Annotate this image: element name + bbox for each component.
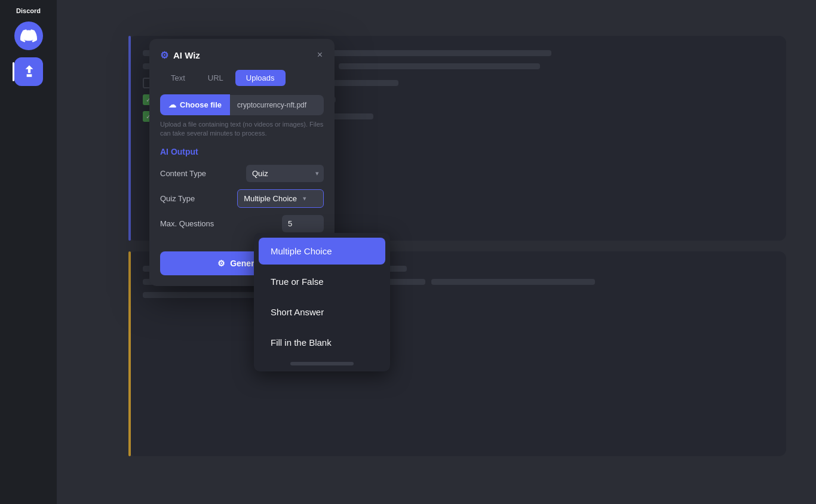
content-type-select-wrapper: Quiz Flashcard Summary [246, 165, 324, 182]
discord-sidebar: Discord [0, 0, 57, 504]
dropdown-item-multiple-choice[interactable]: Multiple Choice [259, 238, 385, 265]
main-content: ✓ ✓ ⚙ AI Wiz [57, 0, 816, 504]
modal-header: ⚙ AI Wiz × [149, 39, 335, 70]
modal-title: ⚙ AI Wiz [160, 50, 200, 61]
accent-bar-yellow [128, 251, 131, 456]
discord-app-label: Discord [16, 7, 41, 14]
quiz-type-row: Quiz Type Multiple Choice ▾ [160, 189, 324, 208]
max-questions-input[interactable]: 5 [282, 215, 324, 232]
quiz-type-display[interactable]: Multiple Choice ▾ [237, 189, 324, 208]
choose-file-label: Choose file [180, 100, 222, 109]
tab-uploads[interactable]: Uploads [235, 70, 286, 86]
modal-tabs: Text URL Uploads [149, 70, 335, 94]
file-upload-row: ☁ Choose file cryptocurrency-nft.pdf [160, 94, 324, 115]
quiz-type-chevron-icon: ▾ [303, 195, 306, 202]
dropdown-item-short-answer[interactable]: Short Answer [259, 299, 385, 325]
max-questions-label: Max. Questions [160, 219, 214, 228]
quiz-type-dropdown: Multiple Choice True or False Short Answ… [254, 233, 390, 371]
file-upload-area: ☁ Choose file cryptocurrency-nft.pdf Upl… [149, 94, 335, 147]
accent-bar-blue [128, 36, 131, 241]
tab-url[interactable]: URL [197, 70, 234, 86]
content-type-select[interactable]: Quiz Flashcard Summary [246, 165, 324, 182]
cloud-upload-icon: ☁ [168, 100, 176, 109]
discord-icon[interactable] [14, 21, 43, 50]
quiz-type-value: Multiple Choice [244, 194, 297, 203]
modal-close-button[interactable]: × [316, 48, 324, 62]
modal-title-text: AI Wiz [173, 50, 200, 60]
file-upload-hint: Upload a file containing text (no videos… [160, 120, 324, 139]
max-questions-row: Max. Questions 5 [160, 215, 324, 232]
ai-output-title: AI Output [160, 147, 324, 156]
tab-text[interactable]: Text [160, 70, 196, 86]
content-type-label: Content Type [160, 169, 206, 178]
quiz-type-label: Quiz Type [160, 194, 195, 203]
content-type-row: Content Type Quiz Flashcard Summary [160, 165, 324, 182]
dropdown-item-fill-in-blank[interactable]: Fill in the Blank [259, 329, 385, 356]
discord-logo-icon [20, 27, 37, 44]
up-app-icon[interactable] [14, 57, 43, 86]
dropdown-item-true-or-false[interactable]: True or False [259, 268, 385, 295]
generate-icon: ⚙ [217, 259, 225, 268]
dropdown-scroll-indicator [290, 362, 354, 365]
file-name-display: cryptocurrency-nft.pdf [230, 95, 324, 115]
choose-file-button[interactable]: ☁ Choose file [160, 94, 230, 115]
up-logo-icon [22, 64, 37, 79]
ai-wiz-icon: ⚙ [160, 50, 168, 61]
